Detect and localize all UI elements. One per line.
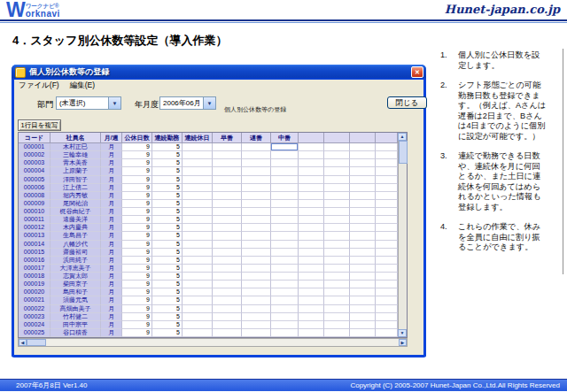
cell-late-shift[interactable] [242,184,271,192]
cell[interactable] [324,192,350,200]
cell-late-shift[interactable] [242,200,271,208]
cell-holiday-days[interactable]: 9 [122,232,152,240]
cell-holiday-days[interactable]: 9 [122,257,152,265]
cell[interactable] [350,288,376,296]
cell-mid-shift[interactable] [271,224,299,232]
cell-consecutive-work[interactable]: 5 [152,329,183,337]
cell-name[interactable]: 江上信二 [50,184,101,192]
cell-mid-shift[interactable] [271,159,299,167]
cell-week[interactable]: 月 [101,208,122,216]
cell-week[interactable]: 月 [101,296,122,304]
cell[interactable] [350,232,376,240]
cell-name[interactable]: 堀内秀敏 [50,192,101,200]
cell-late-shift[interactable] [242,257,271,265]
cell[interactable] [376,208,398,216]
cell[interactable] [324,159,350,167]
cell[interactable] [299,176,324,184]
cell-mid-shift[interactable] [271,232,299,240]
cell-week[interactable]: 月 [101,184,122,192]
cell-consecutive-work[interactable]: 5 [152,184,183,192]
cell[interactable] [376,329,398,337]
cell-late-shift[interactable] [242,208,271,216]
cell[interactable] [350,224,376,232]
cell[interactable] [350,281,376,288]
cell-consecutive-work[interactable]: 5 [152,232,183,240]
cell-early-shift[interactable] [213,143,242,151]
cell-consecutive-off[interactable] [183,281,213,288]
cell-consecutive-work[interactable]: 5 [152,208,183,216]
cell-early-shift[interactable] [213,305,242,313]
cell-consecutive-work[interactable]: 5 [152,159,183,167]
cell[interactable] [299,192,324,200]
cell-consecutive-off[interactable] [183,257,213,265]
cell[interactable] [299,184,324,192]
cell[interactable] [350,216,376,224]
cell-code[interactable]: 000020 [19,288,50,296]
cell[interactable] [376,232,398,240]
cell-consecutive-off[interactable] [183,224,213,232]
cell-name[interactable]: 田中宗平 [50,321,101,329]
cell-consecutive-work[interactable]: 5 [152,216,183,224]
cell-early-shift[interactable] [213,273,242,281]
cell-consecutive-work[interactable]: 5 [152,192,183,200]
cell-mid-shift[interactable] [271,208,299,216]
cell-consecutive-work[interactable]: 5 [152,296,183,304]
cell[interactable] [324,232,350,240]
cell[interactable] [299,313,324,321]
cell[interactable] [324,329,350,337]
cell-code[interactable]: 000009 [19,200,50,208]
cell-mid-shift[interactable] [271,273,299,281]
cell-name[interactable]: 遠藤美洋 [50,216,101,224]
cell[interactable] [350,208,376,216]
cell-early-shift[interactable] [213,208,242,216]
cell-code[interactable]: 000006 [19,184,50,192]
cell-mid-shift[interactable] [271,192,299,200]
menu-item-file[interactable]: ファイル(F) [19,81,59,91]
cell-mid-shift[interactable] [271,167,299,175]
cell-name[interactable]: 大澤恵美子 [50,265,101,273]
cell[interactable] [299,329,324,337]
cell-consecutive-work[interactable]: 5 [152,241,183,249]
cell[interactable] [350,249,376,257]
cell[interactable] [376,159,398,167]
cell-late-shift[interactable] [242,151,271,159]
cell[interactable] [324,143,350,151]
cell-late-shift[interactable] [242,329,271,337]
cell[interactable] [324,321,350,329]
cell-week[interactable]: 月 [101,200,122,208]
cell-holiday-days[interactable]: 9 [122,265,152,273]
cell-late-shift[interactable] [242,281,271,288]
cell-code[interactable]: 000025 [19,329,50,337]
cell-name[interactable]: 高畑由美子 [50,305,101,313]
cell[interactable] [350,143,376,151]
cell-holiday-days[interactable]: 9 [122,176,152,184]
cell[interactable] [324,151,350,159]
cell-mid-shift[interactable] [271,281,299,288]
cell[interactable] [299,208,324,216]
cell-holiday-days[interactable]: 9 [122,249,152,257]
cell[interactable] [324,265,350,273]
cell-early-shift[interactable] [213,151,242,159]
cell[interactable] [324,249,350,257]
cell-late-shift[interactable] [242,273,271,281]
cell-code[interactable]: 000001 [19,143,50,151]
dept-combobox[interactable]: (未選択) ▼ [56,96,121,110]
cell-name[interactable]: 浜田純子 [50,257,101,265]
cell[interactable] [350,241,376,249]
cell[interactable] [350,159,376,167]
cell-code[interactable]: 000019 [19,281,50,288]
cell-code[interactable]: 000016 [19,257,50,265]
cell-early-shift[interactable] [213,200,242,208]
cell-name[interactable]: 八幡沙代 [50,241,101,249]
cell-name[interactable]: 木内慶典 [50,224,101,232]
cell[interactable] [299,305,324,313]
cell-week[interactable]: 月 [101,249,122,257]
cell-mid-shift[interactable] [271,321,299,329]
cell-code[interactable]: 000024 [19,321,50,329]
cell-week[interactable]: 月 [101,257,122,265]
cell-code[interactable]: 000004 [19,167,50,175]
cell[interactable] [324,216,350,224]
horizontal-scrollbar[interactable]: ◀ ▶ [18,338,408,347]
cell-code[interactable]: 000018 [19,273,50,281]
cell-consecutive-work[interactable]: 5 [152,176,183,184]
